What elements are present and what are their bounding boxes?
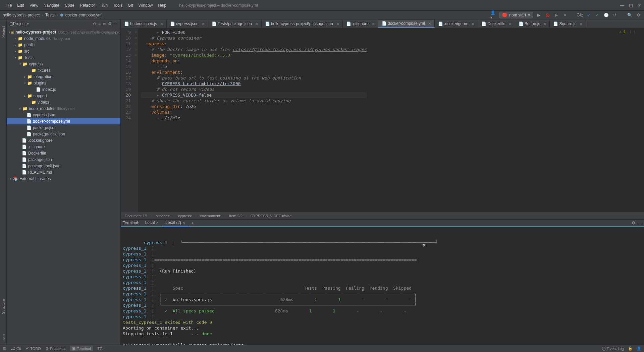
new-terminal-button[interactable]: ＋ bbox=[191, 220, 195, 226]
editor-breadcrumb-item[interactable]: Document 1/1 bbox=[125, 214, 148, 218]
tg-tool-button[interactable]: TG bbox=[98, 347, 103, 351]
tree-tests-package-json[interactable]: 📄package.json bbox=[7, 124, 120, 131]
event-log-button[interactable]: ◯ Event Log bbox=[602, 346, 624, 351]
editor-breadcrumb-item[interactable]: services: bbox=[156, 214, 170, 218]
editor-tab[interactable]: 📄.gitignore✕ bbox=[343, 20, 378, 28]
hide-icon[interactable]: — bbox=[114, 21, 118, 26]
breadcrumb-item[interactable]: Tests bbox=[45, 13, 55, 17]
tree-cypress[interactable]: ▾📁cypress bbox=[7, 61, 120, 67]
menu-run[interactable]: Run bbox=[98, 2, 110, 9]
project-tool-button[interactable]: Project bbox=[1, 26, 5, 38]
menu-tools[interactable]: Tools bbox=[110, 2, 125, 9]
tree-package-json[interactable]: 📄package.json bbox=[7, 156, 120, 163]
collapse-all-icon[interactable]: ≣ bbox=[103, 21, 106, 26]
tree-node-modules[interactable]: ▸📁node_moduleslibrary root bbox=[7, 35, 120, 42]
tree-dockerignore[interactable]: 📄.dockerignore bbox=[7, 137, 120, 143]
tree-plugins[interactable]: ▾📁plugins bbox=[7, 80, 120, 86]
fold-column[interactable]: ⊟ ⊟ ⊟ ⊟ ⊟ bbox=[133, 28, 138, 212]
menu-refactor[interactable]: Refactor bbox=[77, 2, 98, 9]
ide-settings-icon[interactable]: ⚙ bbox=[635, 12, 641, 18]
close-tab-icon[interactable]: ✕ bbox=[543, 22, 546, 26]
search-icon[interactable]: 🔍 bbox=[627, 12, 633, 18]
tree-public[interactable]: ▸📁public bbox=[7, 42, 120, 48]
terminal-settings-icon[interactable]: ⚙ bbox=[632, 221, 635, 225]
menu-code[interactable]: Code bbox=[62, 2, 77, 9]
breadcrumb-item[interactable]: hello-cypress-project bbox=[3, 13, 40, 17]
tree-videos[interactable]: 📁videos bbox=[7, 99, 120, 105]
close-tab-icon[interactable]: ✕ bbox=[509, 22, 512, 26]
code-content[interactable]: - PORT=3000 # Cypress container cypress:… bbox=[138, 28, 369, 212]
tree-package-lock[interactable]: 📄package-lock.json bbox=[7, 163, 120, 169]
editor-tab[interactable]: 📄cypress.json✕ bbox=[167, 20, 208, 28]
tool-window-toggle-icon[interactable]: ▥ bbox=[3, 346, 6, 351]
breadcrumb-item[interactable]: docker-compose.yml bbox=[65, 13, 103, 17]
menu-help[interactable]: Help bbox=[155, 2, 169, 9]
tree-docker-compose[interactable]: 📄docker-compose.yml bbox=[7, 118, 120, 124]
editor-tab[interactable]: 📄Dockerfile✕ bbox=[478, 20, 515, 28]
editor-breadcrumb-item[interactable]: environment: bbox=[200, 214, 221, 218]
editor-breadcrumb-item[interactable]: cypress: bbox=[178, 214, 192, 218]
maximize-icon[interactable]: ▢ bbox=[629, 3, 633, 8]
close-window-icon[interactable]: ✕ bbox=[638, 3, 641, 8]
problems-tool-button[interactable]: ⊘ Problems bbox=[46, 346, 65, 351]
terminal-tab-local-2[interactable]: Local (2)✕ bbox=[162, 220, 189, 226]
inspection-profile-icon[interactable]: 👤 bbox=[637, 346, 641, 351]
editor-tab[interactable]: 📄Button.js✕ bbox=[515, 20, 550, 28]
editor-tab[interactable]: 📄docker-compose.yml✕ bbox=[378, 20, 435, 28]
terminal-hide-icon[interactable]: — bbox=[638, 221, 642, 225]
menu-file[interactable]: File bbox=[3, 2, 14, 9]
select-opened-file-icon[interactable]: ⊙ bbox=[93, 21, 96, 26]
tree-src[interactable]: ▸📁src bbox=[7, 48, 120, 54]
tree-fixtures[interactable]: 📁fixtures bbox=[7, 67, 120, 73]
stop-icon[interactable]: ■ bbox=[562, 12, 568, 18]
close-tab-icon[interactable]: ✕ bbox=[580, 22, 582, 26]
git-revert-icon[interactable]: ↺ bbox=[612, 12, 618, 18]
tree-tests-package-lock[interactable]: 📄package-lock.json bbox=[7, 131, 120, 137]
terminal-tool-button[interactable]: ▣ Terminal bbox=[70, 346, 93, 351]
tree-external-libraries[interactable]: ▸📚External Libraries bbox=[7, 175, 120, 182]
tree-project-root[interactable]: ▾▣hello-cypress-projectD:\Courses\Cypres… bbox=[7, 29, 120, 35]
terminal-output[interactable]: ➤ cypress_1 | └─────────────────────────… bbox=[121, 227, 644, 345]
structure-tool-button[interactable]: Structure bbox=[1, 299, 5, 314]
close-tab-icon[interactable]: ✕ bbox=[255, 22, 258, 26]
run-icon[interactable]: ▶ bbox=[536, 12, 542, 18]
project-tree[interactable]: ▾▣hello-cypress-projectD:\Courses\Cypres… bbox=[7, 28, 120, 345]
close-tab-icon[interactable]: ✕ bbox=[202, 22, 205, 26]
minimize-icon[interactable]: — bbox=[620, 3, 624, 8]
close-tab-icon[interactable]: ✕ bbox=[472, 22, 474, 26]
menu-window[interactable]: Window bbox=[136, 2, 156, 9]
code-editor[interactable]: ⚠1〈 〉 910▶1112131415161718192021222324 ⊟… bbox=[121, 28, 644, 212]
git-commit-icon[interactable]: ✓ bbox=[594, 12, 600, 18]
editor-tab[interactable]: 📄.dockerignore✕ bbox=[435, 20, 478, 28]
npm-tool-button[interactable]: npm bbox=[1, 334, 5, 341]
menu-view[interactable]: View bbox=[27, 2, 41, 9]
user-icon[interactable]: 👤▾ bbox=[490, 12, 496, 18]
git-tool-button[interactable]: ⎇ Git bbox=[11, 346, 21, 351]
git-update-icon[interactable]: ↙ bbox=[586, 12, 592, 18]
close-tab-icon[interactable]: ✕ bbox=[160, 22, 163, 26]
lock-icon[interactable]: 🔒 bbox=[628, 346, 633, 351]
tree-node-modules-tests[interactable]: ▸📁node_moduleslibrary root bbox=[7, 105, 120, 112]
editor-tab[interactable]: 📄Square.js✕ bbox=[550, 20, 586, 28]
git-history-icon[interactable]: 🕘 bbox=[603, 12, 609, 18]
editor-tab[interactable]: 📄buttons.spec.js✕ bbox=[121, 20, 167, 28]
editor-breadcrumb-item[interactable]: CYPRESS_VIDEO=false bbox=[251, 214, 292, 218]
debug-icon[interactable]: 🐞 bbox=[544, 12, 550, 18]
editor-breadcrumb-item[interactable]: Item 2/2 bbox=[229, 214, 243, 218]
close-tab-icon[interactable]: ✕ bbox=[336, 22, 339, 26]
menu-navigate[interactable]: Navigate bbox=[41, 2, 62, 9]
editor-tab[interactable]: 📄hello-cypress-project\package.json✕ bbox=[262, 20, 343, 28]
menu-git[interactable]: Git bbox=[125, 2, 136, 9]
tree-index-js[interactable]: 📄index.js bbox=[7, 86, 120, 93]
menu-edit[interactable]: Edit bbox=[14, 2, 27, 9]
run-config-select[interactable]: 🛑 npm start▾ bbox=[499, 12, 533, 18]
inspections-widget[interactable]: ⚠1〈 〉 bbox=[619, 30, 637, 35]
expand-all-icon[interactable]: ≡ bbox=[98, 21, 101, 26]
todo-tool-button[interactable]: ✔ TODO bbox=[26, 346, 41, 351]
terminal-tab-local[interactable]: Local✕ bbox=[142, 220, 162, 226]
tree-dockerfile[interactable]: 📄Dockerfile bbox=[7, 150, 120, 156]
editor-tab[interactable]: 📄Tests\package.json✕ bbox=[208, 20, 262, 28]
tree-gitignore[interactable]: 📄.gitignore bbox=[7, 143, 120, 150]
tree-integration[interactable]: ▸📁integration bbox=[7, 73, 120, 80]
tree-tests[interactable]: ▾📁Tests bbox=[7, 54, 120, 61]
